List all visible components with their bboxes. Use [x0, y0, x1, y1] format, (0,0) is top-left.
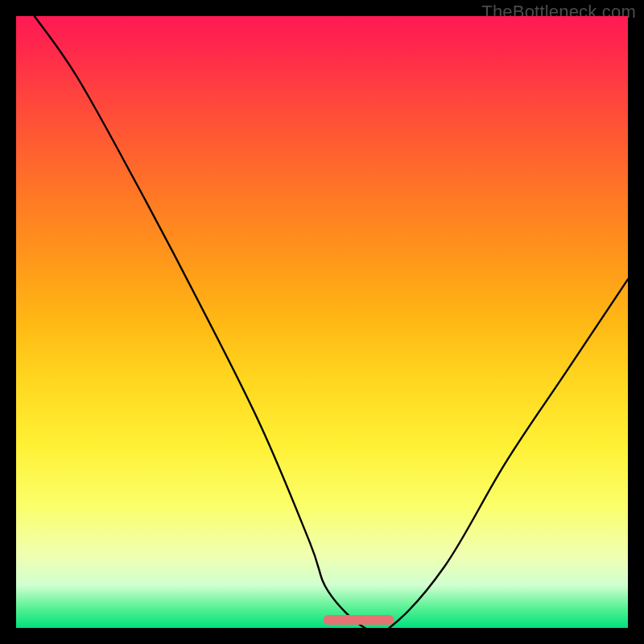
- chart-frame: TheBottleneck.com: [0, 0, 644, 644]
- plot-area: [16, 16, 628, 628]
- black-curve-path: [35, 16, 628, 628]
- chart-overlay: [16, 16, 628, 628]
